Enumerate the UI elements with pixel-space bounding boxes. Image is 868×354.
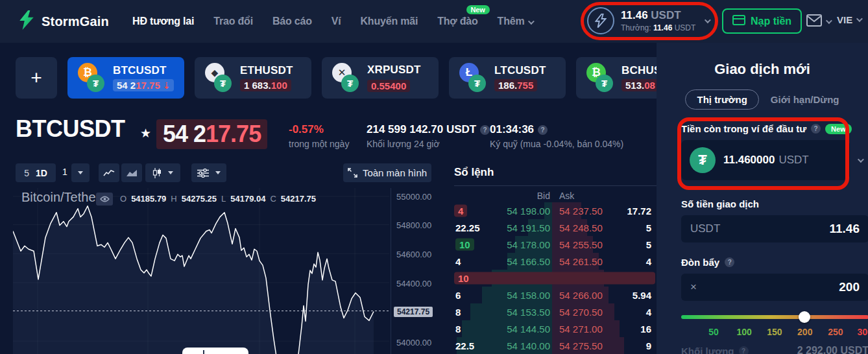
- chevron-down-icon: [528, 18, 535, 25]
- amount-value: 11.46: [830, 222, 860, 236]
- volume-summary-row: Khối lượng? 2 292.00 USDT: [681, 345, 868, 354]
- instrument-tab-bchusd[interactable]: ₿ ₮ BCHUSD 513.08⇣: [576, 57, 657, 99]
- triangle-down-icon: [78, 171, 83, 174]
- instrument-symbol: LTCUSDT: [494, 64, 546, 77]
- timeframe-5: 5: [24, 168, 29, 178]
- order-book-row[interactable]: 1054 178.0054 255.505: [454, 236, 657, 253]
- leverage-tick-labels: 50 100 150 200 250 300: [681, 327, 868, 337]
- candlestick-type-button[interactable]: [145, 163, 180, 182]
- tick-50[interactable]: 50: [708, 327, 719, 337]
- leverage-slider[interactable]: [681, 311, 868, 323]
- add-instrument-button[interactable]: +: [16, 57, 57, 99]
- tick-150[interactable]: 150: [767, 327, 782, 337]
- timeframe-switcher[interactable]: 51D: [16, 163, 56, 182]
- wallet-bonus: Thưởng: 11.46 USDT: [621, 23, 695, 32]
- interval-dropdown[interactable]: [71, 163, 90, 182]
- order-book-row[interactable]: 1.5554 161.5454 262.0010: [454, 270, 657, 287]
- help-icon[interactable]: ?: [725, 257, 734, 267]
- instrument-tab-xrpusdt[interactable]: ✕ ₮ XRPUSDT 0.55400: [322, 57, 439, 99]
- leverage-label: Đòn bẩy?: [681, 257, 734, 268]
- mail-menu[interactable]: [806, 14, 830, 29]
- deposit-button[interactable]: Nạp tiền: [722, 8, 802, 34]
- brand[interactable]: StormGain: [18, 10, 109, 32]
- mail-icon: [806, 14, 822, 29]
- change-caption: trong một ngày: [289, 139, 349, 149]
- order-type-tabs: Thị trường Giới hạn/Dừng: [657, 89, 868, 110]
- help-icon[interactable]: ?: [811, 124, 821, 134]
- help-icon[interactable]: ?: [538, 125, 548, 135]
- eye-toggle-button[interactable]: [96, 193, 113, 206]
- leverage-value: 200: [839, 280, 860, 294]
- order-book-row[interactable]: 854 144.5054 271.0016: [454, 320, 657, 337]
- instrument-tab-btcusdt[interactable]: ₿ ₮ BTCUSDT 54 217.75⇣: [67, 57, 184, 99]
- nav-item-wallet[interactable]: Ví: [332, 16, 341, 27]
- funds-wallet-selector[interactable]: ₮ 11.460000 USDT: [681, 140, 850, 180]
- ask-column-header: Ask: [559, 191, 574, 201]
- wallet-balance: 11.46 USDT: [621, 9, 695, 22]
- fullscreen-button[interactable]: Toàn màn hình: [343, 163, 431, 182]
- instrument-symbol: ETHUSDT: [240, 64, 293, 77]
- main-menu: HĐ tương lai Trao đổi Báo cáo Ví Khuyến …: [132, 16, 533, 27]
- order-book-row[interactable]: 22.554 140.0054 275.509: [454, 337, 657, 354]
- volume-caption: Khối lượng 24 giờ: [367, 139, 490, 149]
- price-chart[interactable]: Bitcoin/Tether O54185.79 H54275.25 L5417…: [13, 188, 389, 354]
- instrument-tab-ethusdt[interactable]: ◆ ₮ ETHUSDT 1 683.100: [195, 57, 311, 99]
- amount-input[interactable]: USDT 11.46: [681, 215, 868, 242]
- leverage-input[interactable]: × 200: [681, 274, 868, 301]
- triangle-down-icon: [168, 171, 173, 174]
- leverage-prefix: ×: [690, 281, 697, 294]
- order-book-row[interactable]: 654 158.0054 266.005.94: [454, 287, 657, 303]
- nav-item-exchange[interactable]: Trao đổi: [213, 16, 253, 27]
- tick-200[interactable]: 200: [797, 327, 812, 337]
- slider-track[interactable]: [681, 315, 868, 319]
- new-badge: New: [466, 5, 490, 14]
- timeframe-1d: 1D: [36, 168, 47, 178]
- instrument-tab-ltcusdt[interactable]: Ł ₮ LTCUSDT 186.755: [449, 57, 566, 99]
- tether-icon: ₮: [341, 75, 359, 92]
- nav-item-miner[interactable]: Thợ đàoNew: [437, 16, 477, 27]
- line-chart-type-button[interactable]: [99, 163, 119, 182]
- ohlc-values: O54185.79 H54275.25 L54179.04 C54217.75: [120, 194, 316, 204]
- tick-300[interactable]: 300: [858, 327, 868, 337]
- axis-tick: 55000.00: [396, 192, 431, 202]
- tab-market[interactable]: Thị trường: [685, 89, 758, 110]
- new-badge: New: [825, 124, 852, 134]
- slider-thumb[interactable]: [799, 311, 810, 323]
- price-axis[interactable]: 55000.00 54800.00 54600.00 54400.00 5400…: [391, 188, 449, 354]
- order-book-row[interactable]: 454 198.0054 237.5017.72: [454, 202, 657, 219]
- panel-title: Giao dịch mới: [657, 61, 868, 78]
- tick-100[interactable]: 100: [736, 327, 751, 337]
- chart-canvas: [13, 188, 389, 354]
- volume-label: Khối lượng: [681, 346, 734, 354]
- nav-item-promo[interactable]: Khuyến mãi: [360, 16, 418, 27]
- tab-limit-stop[interactable]: Giới hạn/Dừng: [771, 94, 839, 105]
- price-down-arrow-icon: ⇣: [163, 80, 171, 91]
- indicators-button[interactable]: [191, 163, 226, 182]
- candlestick-icon: [152, 168, 162, 178]
- close-value: 54217.75: [281, 194, 316, 204]
- language-selector[interactable]: VIE: [837, 14, 861, 25]
- nav-item-reports[interactable]: Báo cáo: [272, 16, 312, 27]
- nav-item-futures[interactable]: HĐ tương lai: [132, 16, 194, 27]
- help-icon[interactable]: ?: [480, 125, 490, 135]
- funds-value: 11.460000: [723, 154, 775, 167]
- order-book-row[interactable]: 454 166.5054 261.504: [454, 253, 657, 270]
- nav-item-more[interactable]: Thêm: [498, 16, 533, 27]
- chevron-down-icon: [858, 156, 864, 163]
- tether-icon: ₮: [468, 75, 486, 92]
- wallet-balance-widget[interactable]: 11.46 USDT Thưởng: 11.46 USDT: [587, 7, 709, 34]
- volume-total-value: 2 292.00 USDT: [797, 345, 868, 354]
- main-content: + ₿ ₮ BTCUSDT 54 217.75⇣ ◆ ₮ ETHUSDT 1 6…: [0, 43, 657, 354]
- area-chart-type-button[interactable]: [121, 163, 142, 182]
- order-book-row[interactable]: 22.2554 191.5054 248.505: [454, 219, 657, 236]
- favorite-star-icon[interactable]: ★: [140, 126, 151, 141]
- order-book-row[interactable]: 854 153.5054 270.504: [454, 303, 657, 320]
- stormgain-logo-icon: [18, 10, 35, 32]
- instrument-symbol: BTCUSDT: [113, 64, 174, 77]
- funds-label: Tiền còn trong ví để đầu tư: [681, 123, 806, 134]
- brand-name: StormGain: [42, 14, 109, 29]
- low-value: 54179.04: [230, 194, 265, 204]
- tick-250[interactable]: 250: [828, 327, 843, 337]
- order-book-title: Sổ lệnh: [454, 166, 494, 179]
- help-icon[interactable]: ?: [739, 346, 749, 354]
